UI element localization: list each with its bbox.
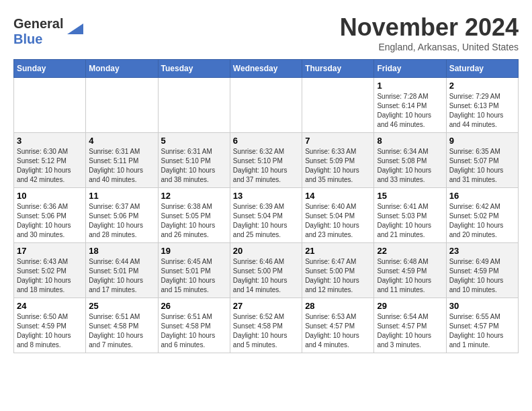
day-number: 3 [17, 136, 83, 146]
day-info: Sunrise: 6:53 AM Sunset: 4:57 PM Dayligh… [305, 312, 371, 350]
day-info: Sunrise: 6:54 AM Sunset: 4:57 PM Dayligh… [377, 312, 443, 350]
calendar-cell: 24Sunrise: 6:50 AM Sunset: 4:59 PM Dayli… [14, 298, 86, 353]
calendar-header: SundayMondayTuesdayWednesdayThursdayFrid… [14, 60, 519, 78]
day-info: Sunrise: 7:28 AM Sunset: 6:14 PM Dayligh… [377, 92, 443, 130]
day-number: 26 [161, 301, 227, 311]
day-info: Sunrise: 6:38 AM Sunset: 5:05 PM Dayligh… [161, 202, 227, 240]
day-number: 21 [305, 246, 371, 256]
subtitle: England, Arkansas, United States [340, 42, 519, 52]
calendar-cell: 30Sunrise: 6:55 AM Sunset: 4:57 PM Dayli… [446, 298, 518, 353]
calendar-cell [86, 78, 158, 133]
calendar-cell: 15Sunrise: 6:41 AM Sunset: 5:03 PM Dayli… [374, 188, 446, 243]
day-info: Sunrise: 6:49 AM Sunset: 4:59 PM Dayligh… [449, 257, 515, 295]
day-number: 12 [161, 191, 227, 201]
calendar-cell [14, 78, 86, 133]
calendar-cell: 13Sunrise: 6:39 AM Sunset: 5:04 PM Dayli… [230, 188, 302, 243]
weekday-header: Saturday [446, 60, 518, 78]
calendar-cell: 23Sunrise: 6:49 AM Sunset: 4:59 PM Dayli… [446, 243, 518, 298]
calendar-cell: 9Sunrise: 6:35 AM Sunset: 5:07 PM Daylig… [446, 133, 518, 188]
calendar-cell [302, 78, 374, 133]
day-info: Sunrise: 6:31 AM Sunset: 5:11 PM Dayligh… [89, 147, 154, 185]
weekday-header: Thursday [302, 60, 374, 78]
calendar-cell: 12Sunrise: 6:38 AM Sunset: 5:05 PM Dayli… [158, 188, 230, 243]
calendar-cell: 22Sunrise: 6:48 AM Sunset: 4:59 PM Dayli… [374, 243, 446, 298]
calendar-cell: 28Sunrise: 6:53 AM Sunset: 4:57 PM Dayli… [302, 298, 374, 353]
day-info: Sunrise: 6:37 AM Sunset: 5:06 PM Dayligh… [89, 202, 154, 240]
day-number: 28 [305, 301, 371, 311]
day-number: 22 [377, 246, 443, 256]
day-number: 24 [17, 301, 83, 311]
day-info: Sunrise: 6:41 AM Sunset: 5:03 PM Dayligh… [377, 202, 443, 240]
month-title: November 2024 [340, 13, 519, 42]
day-number: 1 [377, 81, 443, 91]
calendar-cell: 3Sunrise: 6:30 AM Sunset: 5:12 PM Daylig… [14, 133, 86, 188]
day-info: Sunrise: 6:43 AM Sunset: 5:02 PM Dayligh… [17, 257, 83, 295]
day-info: Sunrise: 6:36 AM Sunset: 5:06 PM Dayligh… [17, 202, 83, 240]
calendar-cell: 26Sunrise: 6:51 AM Sunset: 4:58 PM Dayli… [158, 298, 230, 353]
svg-marker-0 [67, 24, 83, 34]
day-info: Sunrise: 6:45 AM Sunset: 5:01 PM Dayligh… [161, 257, 227, 295]
day-number: 4 [89, 136, 154, 146]
day-info: Sunrise: 6:48 AM Sunset: 4:59 PM Dayligh… [377, 257, 443, 295]
calendar-cell [158, 78, 230, 133]
title-area: November 2024 England, Arkansas, United … [340, 13, 519, 52]
calendar-cell: 19Sunrise: 6:45 AM Sunset: 5:01 PM Dayli… [158, 243, 230, 298]
calendar-cell: 25Sunrise: 6:51 AM Sunset: 4:58 PM Dayli… [86, 298, 158, 353]
calendar-cell: 20Sunrise: 6:46 AM Sunset: 5:00 PM Dayli… [230, 243, 302, 298]
day-info: Sunrise: 6:42 AM Sunset: 5:02 PM Dayligh… [449, 202, 515, 240]
day-number: 29 [377, 301, 443, 311]
day-info: Sunrise: 6:40 AM Sunset: 5:04 PM Dayligh… [305, 202, 371, 240]
day-number: 8 [377, 136, 443, 146]
calendar-cell: 5Sunrise: 6:31 AM Sunset: 5:10 PM Daylig… [158, 133, 230, 188]
calendar-cell: 7Sunrise: 6:33 AM Sunset: 5:09 PM Daylig… [302, 133, 374, 188]
day-number: 10 [17, 191, 83, 201]
day-number: 17 [17, 246, 83, 256]
day-info: Sunrise: 6:33 AM Sunset: 5:09 PM Dayligh… [305, 147, 371, 185]
calendar-week: 10Sunrise: 6:36 AM Sunset: 5:06 PM Dayli… [14, 188, 519, 243]
day-number: 27 [233, 301, 299, 311]
calendar-cell: 16Sunrise: 6:42 AM Sunset: 5:02 PM Dayli… [446, 188, 518, 243]
calendar-cell: 18Sunrise: 6:44 AM Sunset: 5:01 PM Dayli… [86, 243, 158, 298]
calendar-cell: 14Sunrise: 6:40 AM Sunset: 5:04 PM Dayli… [302, 188, 374, 243]
calendar-body: 1Sunrise: 7:28 AM Sunset: 6:14 PM Daylig… [14, 78, 519, 353]
calendar-week: 17Sunrise: 6:43 AM Sunset: 5:02 PM Dayli… [14, 243, 519, 298]
calendar-cell: 17Sunrise: 6:43 AM Sunset: 5:02 PM Dayli… [14, 243, 86, 298]
day-number: 19 [161, 246, 227, 256]
calendar-cell: 8Sunrise: 6:34 AM Sunset: 5:08 PM Daylig… [374, 133, 446, 188]
calendar-cell: 29Sunrise: 6:54 AM Sunset: 4:57 PM Dayli… [374, 298, 446, 353]
day-number: 14 [305, 191, 371, 201]
day-info: Sunrise: 6:30 AM Sunset: 5:12 PM Dayligh… [17, 147, 83, 185]
day-info: Sunrise: 6:35 AM Sunset: 5:07 PM Dayligh… [449, 147, 515, 185]
day-number: 6 [233, 136, 299, 146]
day-number: 2 [449, 81, 515, 91]
logo-icon [64, 21, 83, 37]
day-info: Sunrise: 6:31 AM Sunset: 5:10 PM Dayligh… [161, 147, 227, 185]
day-number: 7 [305, 136, 371, 146]
day-number: 16 [449, 191, 515, 201]
day-number: 5 [161, 136, 227, 146]
weekday-header: Friday [374, 60, 446, 78]
logo-text: General Blue [13, 16, 63, 47]
calendar-week: 24Sunrise: 6:50 AM Sunset: 4:59 PM Dayli… [14, 298, 519, 353]
calendar-cell: 27Sunrise: 6:52 AM Sunset: 4:58 PM Dayli… [230, 298, 302, 353]
weekday-header: Sunday [14, 60, 86, 78]
day-number: 18 [89, 246, 154, 256]
day-info: Sunrise: 6:51 AM Sunset: 4:58 PM Dayligh… [161, 312, 227, 350]
calendar-cell [230, 78, 302, 133]
calendar: SundayMondayTuesdayWednesdayThursdayFrid… [13, 59, 519, 353]
day-number: 20 [233, 246, 299, 256]
day-info: Sunrise: 6:44 AM Sunset: 5:01 PM Dayligh… [89, 257, 154, 295]
day-info: Sunrise: 6:52 AM Sunset: 4:58 PM Dayligh… [233, 312, 299, 350]
day-number: 25 [89, 301, 154, 311]
calendar-cell: 2Sunrise: 7:29 AM Sunset: 6:13 PM Daylig… [446, 78, 518, 133]
day-number: 11 [89, 191, 154, 201]
calendar-cell: 4Sunrise: 6:31 AM Sunset: 5:11 PM Daylig… [86, 133, 158, 188]
calendar-cell: 10Sunrise: 6:36 AM Sunset: 5:06 PM Dayli… [14, 188, 86, 243]
calendar-cell: 11Sunrise: 6:37 AM Sunset: 5:06 PM Dayli… [86, 188, 158, 243]
day-info: Sunrise: 6:39 AM Sunset: 5:04 PM Dayligh… [233, 202, 299, 240]
day-info: Sunrise: 6:50 AM Sunset: 4:59 PM Dayligh… [17, 312, 83, 350]
logo: General Blue [13, 16, 83, 47]
weekday-header: Wednesday [230, 60, 302, 78]
day-info: Sunrise: 6:47 AM Sunset: 5:00 PM Dayligh… [305, 257, 371, 295]
weekday-header: Monday [86, 60, 158, 78]
